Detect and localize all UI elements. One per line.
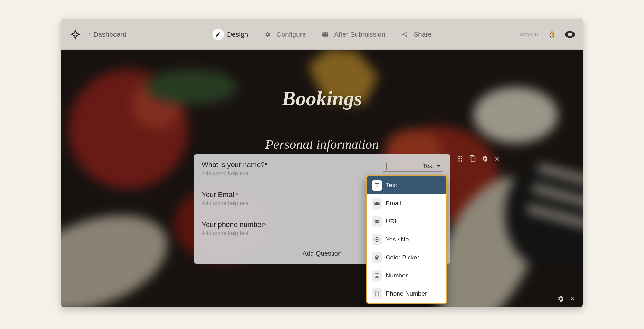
mail-icon (372, 198, 382, 209)
section-title: Personal information (265, 136, 379, 152)
close-icon (569, 295, 576, 302)
number-icon: 1 (372, 270, 382, 281)
svg-point-21 (376, 239, 378, 240)
tab-share-label: Share (414, 31, 432, 38)
option-url[interactable]: URL (367, 212, 446, 230)
svg-point-25 (377, 295, 377, 296)
option-number[interactable]: 1 Number (367, 267, 446, 285)
question-type-select[interactable]: Text (383, 161, 442, 172)
back-to-dashboard[interactable]: Dashboard (88, 31, 127, 38)
svg-point-8 (473, 87, 558, 143)
palette-icon (372, 252, 382, 263)
svg-point-19 (461, 160, 462, 162)
question-help-placeholder[interactable]: Add some help text (202, 170, 376, 177)
question-actions (457, 155, 501, 163)
toggle-icon (372, 234, 382, 245)
drag-handle-icon (458, 155, 463, 162)
drag-handle[interactable] (457, 155, 464, 163)
option-email[interactable]: Email (367, 194, 446, 212)
option-label: Phone Number (386, 290, 427, 297)
gear-icon (481, 155, 488, 162)
tab-configure-label: Configure (276, 31, 306, 38)
tab-after-submission-label: After Submission (334, 31, 385, 38)
question-label: What is your name?* (202, 161, 376, 169)
copy-icon (469, 155, 476, 162)
phone-icon (372, 288, 382, 299)
page-scrollbar[interactable] (641, 1, 643, 328)
app-window: Dashboard Design Configure (61, 19, 583, 307)
option-label: Color Picker (386, 254, 419, 261)
editor-tabs: Design Configure After Submission (212, 29, 432, 40)
option-text[interactable]: Text (367, 176, 446, 194)
tab-design[interactable]: Design (212, 29, 248, 40)
text-cursor (386, 163, 386, 170)
tab-after-submission[interactable]: After Submission (319, 29, 385, 40)
topbar-right: SAVED (520, 29, 575, 40)
share-icon (399, 29, 410, 40)
svg-point-18 (458, 160, 460, 162)
svg-point-1 (568, 33, 572, 36)
close-icon (494, 155, 500, 162)
question-type-dropdown: Text Email URL (366, 175, 447, 304)
form-title: Bookings (282, 87, 362, 110)
back-label: Dashboard (93, 31, 127, 38)
option-label: Email (386, 200, 401, 207)
droplet-icon (548, 30, 556, 39)
option-label: Yes / No (386, 236, 409, 243)
option-yesno[interactable]: Yes / No (367, 230, 446, 249)
caret-down-icon (437, 163, 440, 169)
svg-point-15 (461, 156, 462, 157)
theme-button[interactable] (547, 29, 557, 40)
option-label: URL (386, 218, 398, 225)
option-label: Number (386, 272, 408, 279)
saved-status: SAVED (520, 32, 539, 37)
preview-button[interactable] (565, 29, 575, 40)
gear-icon (262, 29, 273, 40)
svg-text:1: 1 (376, 274, 378, 277)
eye-icon (565, 31, 575, 38)
app-logo-icon (69, 28, 82, 41)
svg-point-17 (461, 158, 462, 159)
duplicate-button[interactable] (469, 155, 476, 163)
pencil-icon (212, 29, 224, 40)
gear-icon (557, 295, 564, 302)
settings-button[interactable] (481, 155, 489, 163)
option-label: Text (386, 182, 397, 189)
editor-canvas: Bookings Personal information What is yo… (61, 50, 583, 307)
page-settings-button[interactable] (557, 295, 564, 304)
top-toolbar: Dashboard Design Configure (61, 19, 583, 50)
svg-point-16 (458, 158, 460, 159)
link-icon (372, 216, 382, 227)
svg-point-11 (146, 70, 237, 105)
page-actions (557, 295, 576, 304)
page-close-button[interactable] (569, 295, 576, 304)
svg-point-14 (458, 156, 460, 157)
tab-configure[interactable]: Configure (262, 29, 306, 40)
tab-share[interactable]: Share (399, 29, 432, 40)
chevron-left-icon (88, 32, 91, 37)
question-type-selected: Text (423, 163, 434, 170)
delete-button[interactable] (493, 155, 501, 163)
option-colorpicker[interactable]: Color Picker (367, 249, 446, 267)
option-phone[interactable]: Phone Number (367, 285, 446, 303)
text-format-icon (372, 180, 382, 191)
mail-icon (319, 29, 331, 40)
tab-design-label: Design (227, 31, 248, 38)
